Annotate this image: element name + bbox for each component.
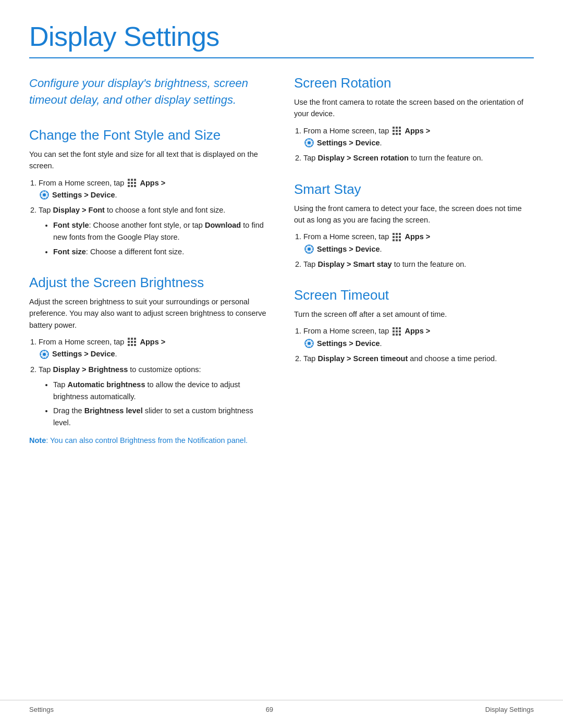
apps-label-2: Apps > <box>140 338 165 346</box>
svg-rect-39 <box>393 236 395 238</box>
settings-icon-3 <box>304 138 314 147</box>
section-title-rotation: Screen Rotation <box>294 75 534 91</box>
brightness-note: Note: You can also control Brightness fr… <box>29 435 269 446</box>
svg-point-23 <box>43 353 46 356</box>
svg-rect-25 <box>396 127 398 129</box>
apps-icon-4 <box>392 232 401 242</box>
svg-rect-27 <box>393 130 395 132</box>
svg-rect-55 <box>396 334 398 336</box>
note-label: Note <box>29 436 46 445</box>
svg-rect-31 <box>396 133 398 135</box>
font-bullet-2: Font size: Choose a different font size. <box>53 246 269 258</box>
change-font-step-2: Tap Display > Font to choose a font styl… <box>39 204 269 258</box>
apps-label-4: Apps > <box>405 232 430 241</box>
svg-rect-19 <box>131 344 133 346</box>
timeout-step-1: From a Home screen, tap App <box>303 325 534 349</box>
page-title: Display Settings <box>29 21 534 52</box>
section-body-change-font: You can set the font style and size for … <box>29 149 269 172</box>
svg-rect-15 <box>128 341 130 343</box>
settings-label-3: Settings > Device <box>317 139 380 147</box>
rotation-step-2: Tap Display > Screen rotation to turn th… <box>303 152 534 164</box>
section-title-brightness: Adjust the Screen Brightness <box>29 275 269 291</box>
svg-rect-12 <box>128 338 130 340</box>
svg-rect-2 <box>134 179 136 181</box>
right-column: Screen Rotation Use the front camera to … <box>294 75 534 463</box>
section-body-brightness: Adjust the screen brightness to suit you… <box>29 296 269 331</box>
svg-rect-1 <box>131 179 133 181</box>
svg-rect-0 <box>128 179 130 181</box>
apps-icon-2 <box>127 337 137 347</box>
svg-rect-37 <box>396 233 398 235</box>
apps-icon-3 <box>392 126 401 135</box>
section-screen-timeout: Screen Timeout Turn the screen off after… <box>294 287 534 365</box>
section-body-smart-stay: Using the front camera to detect your fa… <box>294 203 534 226</box>
svg-rect-40 <box>396 236 398 238</box>
brightness-steps: From a Home screen, tap App <box>29 336 269 429</box>
settings-icon-4 <box>304 244 314 254</box>
svg-rect-7 <box>131 185 133 187</box>
smart-stay-step-2: Tap Display > Smart stay to turn the fea… <box>303 258 534 270</box>
svg-rect-36 <box>393 233 395 235</box>
svg-point-35 <box>308 141 311 144</box>
smart-stay-step-1: From a Home screen, tap App <box>303 231 534 255</box>
svg-rect-48 <box>393 327 395 329</box>
section-screen-rotation: Screen Rotation Use the front camera to … <box>294 75 534 165</box>
svg-rect-3 <box>128 182 130 184</box>
svg-rect-53 <box>399 330 401 332</box>
smart-stay-steps: From a Home screen, tap App <box>294 231 534 270</box>
apps-icon <box>127 178 137 188</box>
brightness-bullet-2: Drag the Brightness level slider to set … <box>53 405 269 429</box>
svg-point-59 <box>308 342 311 345</box>
svg-rect-44 <box>399 239 401 241</box>
brightness-bullet-1: Tap Automatic brightness to allow the de… <box>53 379 269 403</box>
svg-rect-56 <box>399 334 401 336</box>
brightness-step-2: Tap Display > Brightness to customize op… <box>39 364 269 429</box>
svg-rect-16 <box>131 341 133 343</box>
footer-right: Display Settings <box>485 706 534 713</box>
section-title-timeout: Screen Timeout <box>294 287 534 303</box>
font-bullet-1: Font style: Choose another font style, o… <box>53 219 269 243</box>
title-divider <box>29 57 534 58</box>
left-column: Configure your display's brightness, scr… <box>29 75 269 463</box>
settings-label-2: Settings > Device <box>52 350 115 358</box>
footer: Settings 69 Display Settings <box>0 700 563 713</box>
content-columns: Configure your display's brightness, scr… <box>29 75 534 463</box>
brightness-step-1: From a Home screen, tap App <box>39 336 269 360</box>
font-bullets: Font style: Choose another font style, o… <box>39 219 269 258</box>
section-title-change-font: Change the Font Style and Size <box>29 127 269 143</box>
svg-rect-49 <box>396 327 398 329</box>
svg-rect-28 <box>396 130 398 132</box>
timeout-steps: From a Home screen, tap App <box>294 325 534 365</box>
change-font-steps: From a Home screen, tap <box>29 177 269 258</box>
svg-rect-5 <box>134 182 136 184</box>
svg-rect-29 <box>399 130 401 132</box>
svg-rect-52 <box>396 330 398 332</box>
svg-point-11 <box>43 193 46 196</box>
section-smart-stay: Smart Stay Using the front camera to det… <box>294 181 534 271</box>
note-content: : You can also control Brightness from t… <box>46 436 248 445</box>
settings-label-4: Settings > Device <box>317 245 380 253</box>
apps-label-3: Apps > <box>405 127 430 135</box>
svg-point-47 <box>308 248 311 251</box>
svg-rect-26 <box>399 127 401 129</box>
section-body-timeout: Turn the screen off after a set amount o… <box>294 309 534 320</box>
svg-rect-4 <box>131 182 133 184</box>
footer-center: 69 <box>266 706 273 713</box>
display-font-bold: Display > Font <box>53 206 105 214</box>
svg-rect-20 <box>134 344 136 346</box>
section-body-rotation: Use the front camera to rotate the scree… <box>294 96 534 120</box>
svg-rect-32 <box>399 133 401 135</box>
timeout-step-2: Tap Display > Screen timeout and choose … <box>303 353 534 365</box>
change-font-step-1: From a Home screen, tap <box>39 177 269 201</box>
section-adjust-brightness: Adjust the Screen Brightness Adjust the … <box>29 275 269 446</box>
apps-label-5: Apps > <box>405 327 430 335</box>
svg-rect-50 <box>399 327 401 329</box>
page: Display Settings Configure your display'… <box>0 0 563 728</box>
svg-rect-38 <box>399 233 401 235</box>
settings-icon-5 <box>304 339 314 348</box>
svg-rect-43 <box>396 239 398 241</box>
intro-text: Configure your display's brightness, scr… <box>29 75 253 108</box>
settings-icon-1 <box>40 190 49 200</box>
section-change-font: Change the Font Style and Size You can s… <box>29 127 269 258</box>
apps-icon-5 <box>392 327 401 336</box>
